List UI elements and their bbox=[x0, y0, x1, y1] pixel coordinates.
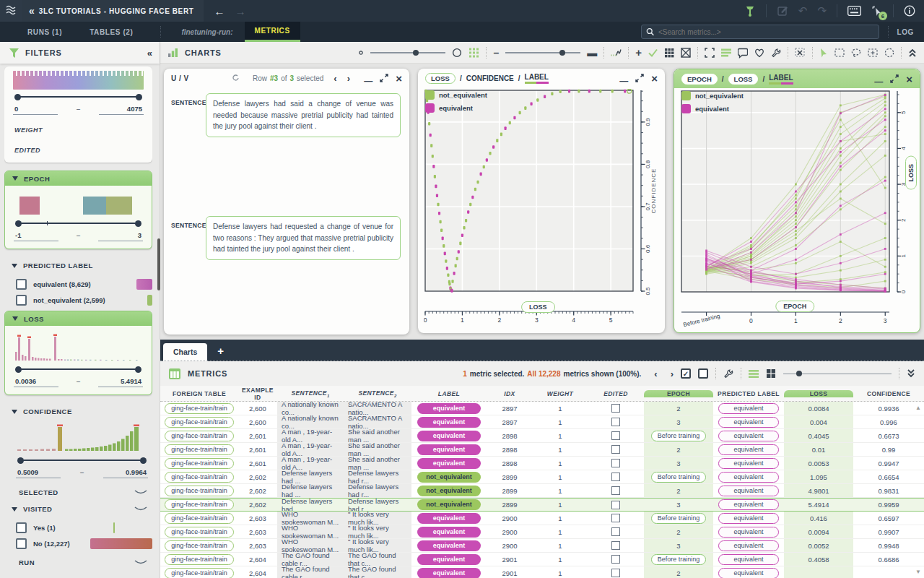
table-row[interactable]: ging-face-train/train2,602Defense lawyer… bbox=[160, 484, 924, 498]
epoch-range-slider[interactable] bbox=[15, 219, 141, 228]
column-header-epoch[interactable]: EPOCH bbox=[644, 390, 713, 397]
prev-metric-icon[interactable]: ‹ bbox=[654, 368, 657, 379]
next-row-icon[interactable]: › bbox=[347, 73, 350, 84]
opacity-slider[interactable] bbox=[505, 49, 580, 56]
collapse-sidebar-icon[interactable]: « bbox=[147, 48, 151, 59]
index-min-input[interactable]: 0 bbox=[13, 104, 58, 115]
scatter-title-confidence[interactable]: CONFIDENCE bbox=[466, 74, 514, 82]
add-chart-icon[interactable]: + bbox=[635, 46, 642, 59]
loss-range-slider[interactable] bbox=[15, 365, 141, 374]
scatter-title-loss[interactable]: LOSS bbox=[425, 73, 456, 84]
heart-icon[interactable] bbox=[754, 46, 764, 59]
sentence1-box[interactable]: Defense lawyers had said a change of ven… bbox=[206, 93, 401, 137]
filter-confidence-header[interactable]: CONFIDENCE bbox=[4, 403, 152, 420]
parallel-x-axis-pill[interactable]: EPOCH bbox=[775, 301, 814, 312]
minimize-icon[interactable]: — bbox=[619, 74, 628, 82]
close-icon[interactable]: × bbox=[906, 73, 912, 85]
edited-checkbox[interactable] bbox=[611, 527, 620, 536]
table-row[interactable]: ging-face-train/train2,604The GAO found … bbox=[160, 566, 924, 578]
search-input[interactable] bbox=[658, 28, 874, 36]
edited-checkbox[interactable] bbox=[611, 418, 620, 426]
keyboard-icon[interactable] bbox=[847, 4, 861, 17]
minimize-icon[interactable]: — bbox=[874, 74, 883, 83]
filter-predicted-label-header[interactable]: PREDICTED LABEL bbox=[4, 257, 152, 274]
edited-checkbox[interactable] bbox=[611, 473, 620, 481]
confidence-range-slider[interactable] bbox=[17, 456, 147, 465]
nav-runs[interactable]: RUNS (1) bbox=[27, 28, 62, 36]
filters-scroll-area[interactable]: 0 – 4075 WEIGHT EDITED EPOCH bbox=[4, 64, 152, 578]
scroll-down-icon[interactable]: ▼ bbox=[915, 569, 921, 575]
back-arrow-icon[interactable]: ← bbox=[214, 5, 225, 17]
tab-metrics[interactable]: METRICS bbox=[245, 22, 300, 42]
edited-checkbox[interactable] bbox=[611, 569, 620, 577]
table-row-selected[interactable]: ging-face-train/train2,602Defense lawyer… bbox=[160, 498, 924, 512]
table-row[interactable]: ging-face-train/train2,603WHO spokeswoma… bbox=[160, 512, 924, 525]
column-header-s2[interactable]: SENTENCE2 bbox=[344, 389, 411, 398]
loss-min-input[interactable]: 0.0036 bbox=[14, 376, 58, 387]
add-view-button[interactable]: + bbox=[207, 345, 234, 361]
column-header-ex[interactable]: EXAMPLE ID bbox=[238, 387, 277, 401]
maximize-icon[interactable] bbox=[890, 74, 899, 83]
layout-grid-icon[interactable] bbox=[664, 46, 674, 59]
expand-chevron-icon[interactable] bbox=[134, 559, 148, 566]
expand-chevron-icon[interactable] bbox=[134, 489, 148, 496]
nav-tables[interactable]: TABLES (2) bbox=[90, 28, 133, 36]
column-header-edited[interactable]: EDITED bbox=[588, 390, 644, 397]
confidence-min-input[interactable]: 0.5009 bbox=[16, 467, 61, 478]
filter-section-metrics-table[interactable]: METRICS TABLE bbox=[4, 575, 152, 578]
epoch-min-input[interactable]: -1 bbox=[14, 230, 58, 241]
point-size-slider[interactable] bbox=[370, 49, 445, 56]
table-row[interactable]: ging-face-train/train2,603WHO spokeswoma… bbox=[160, 539, 924, 553]
tab-charts-view[interactable]: Charts bbox=[163, 343, 207, 361]
panel-epoch-loss[interactable]: EPOCH / LOSS / LABEL — × not_equivalente… bbox=[674, 69, 920, 333]
filter-predicted-label-item[interactable]: not_equivalent (2,599) bbox=[16, 295, 152, 306]
grid-density-icon[interactable] bbox=[468, 46, 479, 59]
table-row[interactable]: ging-face-train/train2,604The GAO found … bbox=[160, 553, 924, 566]
apply-check-icon[interactable] bbox=[648, 46, 658, 59]
sentence2-box[interactable]: Defense lawyers had requested a change o… bbox=[206, 216, 401, 260]
deselect-checkbox[interactable] bbox=[698, 368, 708, 379]
parallel-title-epoch[interactable]: EPOCH bbox=[681, 74, 718, 85]
filter-edited-label[interactable]: EDITED bbox=[14, 147, 144, 154]
collapse-metrics-icon[interactable] bbox=[907, 368, 915, 379]
edited-checkbox[interactable] bbox=[611, 514, 620, 522]
filter-weight-label[interactable]: WEIGHT bbox=[14, 126, 144, 134]
actions-button[interactable]: 6 bbox=[871, 4, 883, 17]
legend-list-icon[interactable] bbox=[721, 46, 731, 59]
column-header-weight[interactable]: WEIGHT bbox=[533, 390, 588, 397]
index-max-input[interactable]: 4075 bbox=[99, 104, 144, 115]
filter-epoch-header[interactable]: EPOCH bbox=[5, 171, 152, 186]
legend-item[interactable]: equivalent bbox=[425, 103, 487, 113]
collapse-project-icon[interactable]: « bbox=[29, 5, 33, 17]
maximize-icon[interactable] bbox=[635, 74, 644, 82]
epoch-max-input[interactable]: 3 bbox=[98, 230, 143, 241]
edited-checkbox[interactable] bbox=[611, 555, 620, 564]
column-header-ft[interactable]: FOREIGN TABLE bbox=[160, 390, 238, 397]
filter-visited-header[interactable]: VISITED bbox=[4, 501, 152, 517]
select-all-checkbox[interactable]: ✓ bbox=[681, 368, 691, 379]
close-icon[interactable]: × bbox=[651, 72, 658, 85]
info-icon[interactable] bbox=[904, 4, 915, 17]
table-settings-icon[interactable] bbox=[723, 368, 733, 379]
prev-row-icon[interactable]: ‹ bbox=[334, 73, 336, 84]
parallel-title-label[interactable]: LABEL bbox=[769, 74, 793, 85]
scroll-up-icon[interactable]: ▲ bbox=[915, 405, 921, 411]
checkbox[interactable] bbox=[16, 295, 27, 306]
edited-checkbox[interactable] bbox=[611, 486, 620, 495]
checkbox[interactable] bbox=[16, 522, 27, 533]
smoothing-icon[interactable] bbox=[611, 46, 622, 59]
select-rect-icon[interactable] bbox=[834, 46, 845, 59]
search-box[interactable] bbox=[641, 25, 879, 39]
cell-grid-icon[interactable] bbox=[766, 368, 776, 379]
project-title-tab[interactable]: « 3LC TUTORIALS - HUGGING FACE BERT bbox=[22, 0, 204, 22]
table-row[interactable]: ging-face-train/train2,600A nationally k… bbox=[160, 415, 924, 429]
column-header-label[interactable]: LABEL bbox=[411, 390, 487, 397]
filter-loss-header[interactable]: LOSS bbox=[5, 311, 152, 326]
table-row[interactable]: ging-face-train/train2,601A man , 19-yea… bbox=[160, 457, 924, 470]
scatter-title-label[interactable]: LABEL bbox=[525, 73, 549, 84]
parallel-y-axis-pill[interactable]: LOSS bbox=[905, 156, 917, 190]
cursor-tool-icon[interactable] bbox=[819, 46, 828, 59]
maximize-icon[interactable] bbox=[380, 74, 388, 82]
filter-visited-no[interactable]: No (12,227) bbox=[16, 538, 152, 549]
column-header-loss[interactable]: LOSS bbox=[784, 390, 853, 397]
